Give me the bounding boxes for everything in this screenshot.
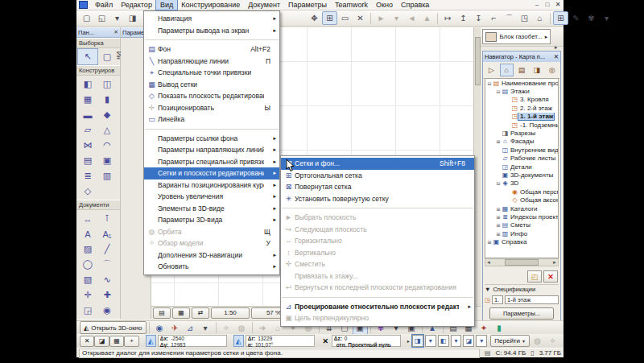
menu-item[interactable]: ✧ Обзор модели У ▸ <box>144 237 279 250</box>
tree-item[interactable]: ⊟ ◈ 3D <box>485 179 558 188</box>
save-icon[interactable]: ◨ <box>125 11 140 25</box>
level-dimension-tool-icon[interactable]: ⊺ <box>97 211 117 226</box>
expander-icon[interactable]: ⊟ <box>495 180 502 186</box>
detail-tool-icon[interactable]: ◲ <box>78 303 97 318</box>
menu-item[interactable]: ▸ <box>281 204 474 212</box>
fillet-icon[interactable]: ⌒ <box>502 11 517 25</box>
menu-item[interactable]: Параметры направляющих линий ▸ <box>144 144 279 156</box>
expander-icon[interactable]: ⊞ <box>495 206 502 212</box>
close-icon[interactable]: ✕ <box>114 29 118 35</box>
tracker-more-icon[interactable]: ▸ <box>407 338 410 344</box>
view-map-icon[interactable]: ▤ <box>515 64 529 76</box>
pick-arrow-icon[interactable]: ► <box>374 11 389 25</box>
mesh-tool-icon[interactable]: ⋈ <box>78 138 97 153</box>
dimension-tool-icon[interactable]: ↔ <box>78 211 97 226</box>
menu-item[interactable]: ⊠ Повернутая сетка ▸ <box>281 181 474 193</box>
shell-tool-icon[interactable]: ◠ <box>97 138 117 153</box>
door-tool-icon[interactable]: ◫ <box>97 76 117 92</box>
separator[interactable] <box>216 322 217 333</box>
orbit-icon[interactable]: ◍ <box>234 321 250 335</box>
fill-tool-icon[interactable]: ▨ <box>78 241 97 257</box>
coordinates-box-icon[interactable]: ▭ <box>337 11 353 25</box>
tree-item[interactable]: ⊞ ▣ Справка <box>485 237 558 245</box>
menu-item[interactable]: Параметры специальной привязки ▸ <box>144 156 279 168</box>
separator[interactable] <box>437 13 438 24</box>
expander-icon[interactable]: ⊟ <box>495 89 502 94</box>
new-file-icon[interactable]: ▢ <box>79 11 94 25</box>
tree-item[interactable]: ◨ Разрезы <box>485 129 558 137</box>
scale-button[interactable]: 1:50 <box>211 307 250 319</box>
menubar-item[interactable]: Teamwork <box>331 0 372 10</box>
menu-item[interactable]: ▦ Сетки и фон... Shift+F8 ▸ <box>281 158 474 170</box>
story-name-field[interactable]: 1-й этаж <box>505 295 559 304</box>
coordinate-field[interactable]: Δx:-2540 Δy:12983 <box>158 335 227 347</box>
camera-tool-icon[interactable]: ◉ <box>97 303 117 318</box>
menu-item[interactable]: ⊿ Проецирование относительно плоскости р… <box>281 301 474 313</box>
menu-item[interactable]: ↩ Вернуться к последней плоскости редакт… <box>281 282 474 294</box>
menubar-item[interactable]: Вид <box>156 0 177 10</box>
tree-item[interactable]: ◫ Внутренние виды <box>485 146 558 154</box>
material-selector[interactable]: Блок газобет... ▸ <box>482 29 551 44</box>
menu-item[interactable]: ◇ Показать плоскость редактирования ▸ <box>144 90 279 102</box>
coordinate-field[interactable]: Δr:13229 α:101,07° <box>246 335 315 347</box>
pane-preview-icon[interactable]: ▤ <box>153 307 171 319</box>
pick-dropdown-icon[interactable]: ▾ <box>389 11 404 25</box>
annotate-icon[interactable]: ✎ <box>568 11 584 25</box>
grid-tool-icon[interactable]: ▤ <box>78 153 97 168</box>
tree-item[interactable]: ⊟ ▤ Этажи <box>485 87 558 95</box>
menu-item[interactable]: ▣ Цель перпендикулярно ▸ <box>281 312 474 324</box>
open-3d-window-button[interactable]: ◭ Открыть 3D-окно <box>80 321 147 334</box>
tree-item[interactable]: ◳ 1. 1-й этаж <box>485 113 558 121</box>
orbit-icon[interactable]: ◍ <box>530 334 545 348</box>
screen-capture-icon[interactable]: ▮ <box>492 321 507 335</box>
explore-model-icon[interactable]: ✈ <box>167 321 183 335</box>
menu-item[interactable]: Варианты позиционирования курсора ▸ <box>144 179 279 192</box>
render-scene-icon[interactable]: ✦ <box>477 321 492 335</box>
grid-snap-icon[interactable]: ⊞ <box>322 11 337 25</box>
expander-icon[interactable]: ⊞ <box>486 239 493 245</box>
parameters-button[interactable]: Параметры... <box>489 307 554 320</box>
view-3d-icon[interactable]: ◪ <box>463 335 474 347</box>
trim-icon[interactable]: ↧ <box>471 11 486 25</box>
wall-tool-icon[interactable]: ◧ <box>78 76 97 92</box>
separator[interactable] <box>252 322 253 333</box>
morph-tool-icon[interactable]: ◇ <box>78 184 97 199</box>
walk-icon[interactable]: ✧ <box>545 334 560 348</box>
open-dropdown-icon[interactable]: ▾ <box>109 11 125 25</box>
label-tool-icon[interactable]: A₁ <box>97 226 117 241</box>
menu-item[interactable]: Обновить ▸ <box>144 261 279 273</box>
view-dropdown-icon[interactable]: ▾ <box>451 335 462 347</box>
grid-toggle-icon[interactable]: ▦ <box>109 336 124 347</box>
menu-item[interactable]: ╲ Направляющие линии П ▸ <box>144 56 279 68</box>
column-tool-icon[interactable]: ▮ <box>97 92 117 107</box>
menu-item[interactable]: ▸ <box>144 36 279 43</box>
select-all-icon[interactable]: ▲ <box>419 11 435 25</box>
open-file-icon[interactable]: ◱ <box>94 11 109 25</box>
arrow-tool-icon[interactable]: ↖ <box>78 49 97 64</box>
circle-tool-icon[interactable]: ◯ <box>78 257 97 272</box>
fit-in-window-icon[interactable]: ⇄ <box>192 307 209 319</box>
beam-tool-icon[interactable]: ▬ <box>78 107 97 122</box>
orbit-3d-icon[interactable]: ◉ <box>152 321 167 335</box>
tree-item[interactable]: ⊞ ▥ Инфо <box>485 229 558 237</box>
marquee-tool-icon[interactable]: ▢ <box>97 49 117 64</box>
tree-item[interactable]: ◲ Детали <box>485 163 558 171</box>
menu-item[interactable]: ↕ Вертикально ▸ <box>281 247 474 259</box>
menubar-item[interactable]: Редактор <box>117 0 156 10</box>
menu-item[interactable]: ▤ Фон Alt+F2 ▸ <box>144 43 279 56</box>
collapse-caret-icon[interactable]: ▼ <box>485 286 490 293</box>
menu-item[interactable]: ↪ Следующая плоскость ▸ <box>281 224 474 236</box>
tree-item[interactable]: ⊞ ▦ Каталоги <box>485 204 558 212</box>
project-map-icon[interactable]: ⌂ <box>500 64 514 76</box>
expander-icon[interactable]: ⊞ <box>495 222 502 228</box>
window-tool-icon[interactable]: ▦ <box>78 92 97 107</box>
render-icon[interactable]: ✾ <box>584 11 599 25</box>
menubar-item[interactable]: Конструирование <box>177 0 244 10</box>
object-tool-icon[interactable]: ◆ <box>97 107 117 122</box>
menu-item[interactable]: Сетки и плоскости редактирования ▸ <box>144 167 279 179</box>
separator[interactable] <box>550 13 551 24</box>
menu-item[interactable]: Параметры вывода на экран ▸ <box>144 25 279 37</box>
minimize-icon[interactable]: – <box>533 1 541 8</box>
menu-item[interactable]: ⊞ Ортогональная сетка ▸ <box>281 170 474 182</box>
tree-item[interactable]: ◳ 3. Кровля <box>485 96 558 104</box>
